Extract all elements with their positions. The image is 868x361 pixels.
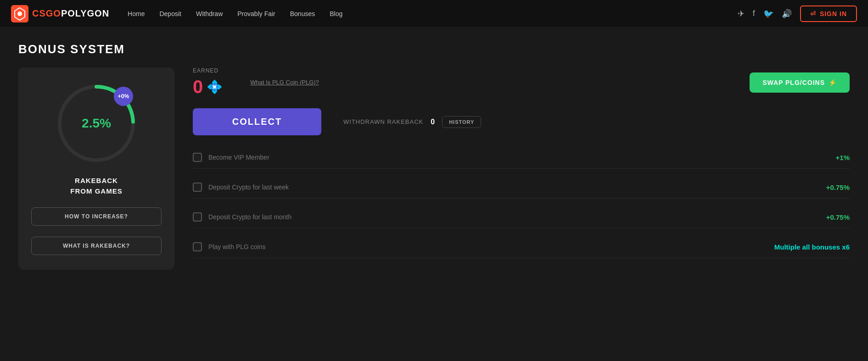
page-title: BONUS SYSTEM [18, 42, 850, 56]
swap-button[interactable]: SWAP PLG/COINS ⚡ [750, 72, 850, 93]
bonus-value-crypto-month: +0.75% [826, 213, 850, 221]
rakeback-percent: 2.5% [82, 116, 111, 130]
swap-icon: ⚡ [829, 79, 837, 86]
nav-blog[interactable]: Blog [330, 10, 342, 17]
right-panel: EARNED 0 💠 What Is PLG Coin (PLG)? SWAP … [193, 67, 850, 258]
sound-icon[interactable]: 🔊 [782, 9, 792, 19]
rakeback-circle: 2.5% +0% [55, 82, 138, 165]
bonus-text-plg: Play with PLG coins [208, 243, 768, 250]
earned-value-row: 0 💠 [193, 77, 223, 97]
svg-point-2 [17, 11, 22, 16]
bonus-list: Become VIP Member +1% Deposit Crypto for… [193, 146, 850, 258]
bonus-value-crypto-week: +0.75% [826, 183, 850, 191]
sign-in-button[interactable]: ⏎ SIGN IN [800, 6, 857, 22]
collect-button[interactable]: COLLECT [193, 108, 321, 135]
bonus-item-plg: Play with PLG coins Multiple all bonuses… [193, 236, 850, 258]
bonus-item-vip: Become VIP Member +1% [193, 146, 850, 169]
plg-coin-link[interactable]: What Is PLG Coin (PLG)? [250, 79, 319, 86]
main-content: BONUS SYSTEM 2.5% +0% RAKEBACKFROM GAMES… [0, 28, 868, 284]
bonus-value-vip: +1% [836, 154, 850, 161]
collect-row: COLLECT WITHDRAWN RAKEBACK 0 HISTORY [193, 108, 850, 135]
withdrawn-section: WITHDRAWN RAKEBACK 0 HISTORY [343, 116, 481, 128]
bonus-badge: +0% [114, 87, 133, 106]
logo[interactable]: CSGОPOLYGON [11, 5, 109, 22]
what-is-rakeback-button[interactable]: WHAT IS RAKEBACK? [31, 237, 162, 255]
earned-section: EARNED 0 💠 [193, 67, 223, 97]
nav-home[interactable]: Home [128, 10, 145, 17]
left-panel: 2.5% +0% RAKEBACKFROM GAMES HOW TO INCRE… [18, 67, 174, 270]
sign-in-icon: ⏎ [810, 10, 816, 17]
twitter-icon[interactable]: 🐦 [763, 9, 773, 19]
bonus-text-crypto-month: Deposit Crypto for last month [208, 213, 820, 221]
earned-label: EARNED [193, 67, 223, 74]
bonus-item-crypto-week: Deposit Crypto for last week +0.75% [193, 176, 850, 199]
bonus-checkbox-plg[interactable] [193, 242, 202, 251]
bonus-text-crypto-week: Deposit Crypto for last week [208, 183, 820, 191]
earned-row: EARNED 0 💠 What Is PLG Coin (PLG)? SWAP … [193, 67, 850, 97]
nav-deposit[interactable]: Deposit [159, 10, 181, 17]
withdrawn-label: WITHDRAWN RAKEBACK [343, 118, 423, 125]
nav-provably-fair[interactable]: Provably Fair [237, 10, 275, 17]
bonus-item-crypto-month: Deposit Crypto for last month +0.75% [193, 206, 850, 228]
bonus-checkbox-crypto-week[interactable] [193, 183, 202, 192]
header-right: ✈ f 🐦 🔊 ⏎ SIGN IN [738, 6, 857, 22]
plg-gem-icon: 💠 [207, 79, 223, 94]
nav-bonuses[interactable]: Bonuses [290, 10, 315, 17]
bonus-text-vip: Become VIP Member [208, 154, 829, 161]
history-button[interactable]: HISTORY [442, 116, 481, 128]
sign-in-label: SIGN IN [820, 10, 847, 17]
logo-text: CSGОPOLYGON [32, 8, 109, 19]
bonus-checkbox-vip[interactable] [193, 153, 202, 162]
nav-withdraw[interactable]: Withdraw [196, 10, 223, 17]
withdrawn-value: 0 [431, 118, 435, 126]
main-nav: Home Deposit Withdraw Provably Fair Bonu… [128, 10, 738, 17]
bonus-value-plg: Multiple all bonuses x6 [774, 243, 850, 251]
earned-number: 0 [193, 77, 203, 97]
how-to-increase-button[interactable]: HOW TO INCREASE? [31, 207, 162, 226]
facebook-icon[interactable]: f [753, 9, 755, 18]
rakeback-label: RAKEBACKFROM GAMES [70, 176, 122, 196]
bonus-checkbox-crypto-month[interactable] [193, 212, 202, 222]
logo-icon [11, 5, 28, 22]
content-area: 2.5% +0% RAKEBACKFROM GAMES HOW TO INCRE… [18, 67, 850, 270]
circle-center: 2.5% [82, 116, 111, 131]
telegram-icon[interactable]: ✈ [738, 9, 745, 19]
swap-label: SWAP PLG/COINS [762, 79, 825, 86]
header: CSGОPOLYGON Home Deposit Withdraw Provab… [0, 0, 868, 28]
